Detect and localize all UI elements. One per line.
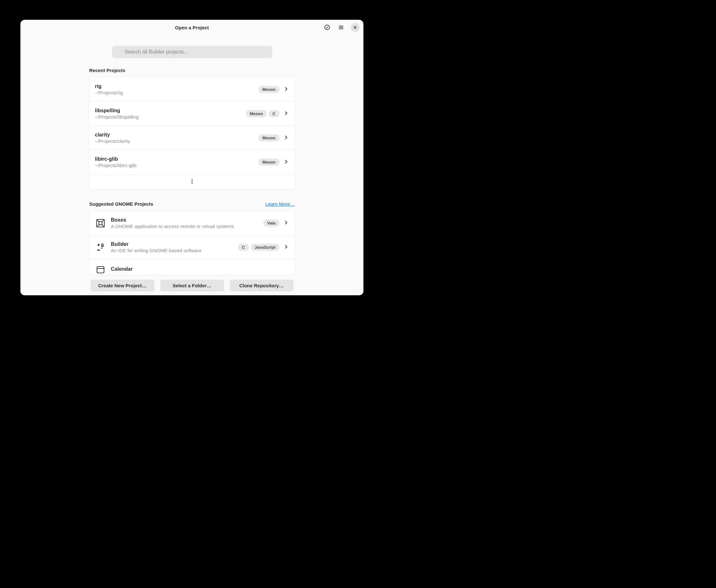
chevron-right-icon	[283, 134, 289, 142]
suggested-name: Calendar	[111, 266, 289, 272]
suggested-projects-section: Suggested GNOME Projects Learn More…	[89, 201, 295, 275]
project-name: rig	[95, 84, 259, 89]
headerbar-actions	[323, 23, 360, 32]
svg-point-8	[191, 179, 192, 180]
svg-point-9	[191, 181, 192, 182]
tag: Meson	[259, 86, 279, 93]
chevron-right-icon	[283, 159, 289, 166]
check-circle-icon[interactable]	[323, 23, 331, 32]
project-path: ~/Projects/rig	[95, 90, 259, 95]
hamburger-menu-icon[interactable]	[336, 23, 346, 32]
project-row[interactable]: rig ~/Projects/rig Meson	[89, 78, 295, 102]
builder-icon	[95, 242, 106, 253]
svg-point-18	[101, 244, 103, 246]
tag: JavaScript	[251, 244, 280, 251]
svg-point-0	[325, 25, 330, 30]
learn-more-link[interactable]: Learn More…	[265, 201, 295, 207]
svg-line-13	[97, 220, 99, 222]
svg-rect-20	[97, 267, 104, 273]
chevron-right-icon	[283, 220, 289, 227]
project-path: ~/Projects/libspelling	[95, 114, 246, 120]
headerbar: Open a Project	[20, 20, 364, 35]
recent-projects-section: Recent Projects rig ~/Projects/rig Meson	[89, 68, 295, 190]
window-title: Open a Project	[175, 25, 209, 30]
recent-projects-title: Recent Projects	[89, 68, 125, 73]
suggested-name: Builder	[111, 241, 238, 247]
project-row[interactable]: libirc-glib ~/Projects/libirc-glib Meson	[89, 150, 295, 174]
close-button[interactable]	[351, 23, 360, 32]
boxes-icon	[95, 218, 106, 229]
svg-line-16	[102, 225, 104, 226]
svg-point-19	[101, 248, 102, 249]
suggested-tags: Vala	[263, 219, 279, 227]
chevron-right-icon	[283, 86, 289, 93]
more-icon	[189, 178, 195, 186]
suggested-name: Boxes	[111, 217, 264, 223]
project-row[interactable]: libspelling ~/Projects/libspelling Meson…	[89, 102, 295, 126]
project-tags: Meson	[259, 86, 279, 93]
more-projects-row[interactable]	[89, 174, 295, 190]
project-path: ~/Projects/clarity	[95, 139, 259, 144]
search-input[interactable]	[112, 46, 272, 58]
tag: C	[238, 244, 249, 251]
suggested-desc: A GNOME application to access remote or …	[111, 224, 264, 229]
project-name: clarity	[95, 132, 259, 138]
suggested-projects-title: Suggested GNOME Projects	[89, 201, 154, 207]
tag: Meson	[259, 134, 279, 142]
tag: C	[269, 110, 279, 117]
tag: Meson	[246, 110, 267, 117]
tag: Vala	[263, 219, 279, 227]
search-container	[20, 35, 364, 68]
action-bar: Create New Project… Select a Folder… Clo…	[20, 276, 364, 295]
svg-point-17	[98, 244, 100, 246]
suggested-tags: C JavaScript	[238, 244, 279, 251]
project-name: libspelling	[95, 108, 246, 113]
calendar-icon	[95, 264, 106, 275]
svg-line-15	[97, 225, 99, 226]
suggested-row[interactable]: Boxes A GNOME application to access remo…	[89, 211, 295, 235]
svg-line-14	[102, 220, 104, 222]
svg-rect-12	[99, 222, 102, 225]
project-tags: Meson	[259, 134, 279, 142]
suggested-row[interactable]: Builder An IDE for writing GNOME-based s…	[89, 235, 295, 259]
project-tags: Meson C	[246, 110, 280, 117]
recent-projects-list: rig ~/Projects/rig Meson libspelling ~/P…	[89, 78, 295, 190]
project-tags: Meson	[259, 159, 279, 166]
suggested-projects-list: Boxes A GNOME application to access remo…	[89, 211, 295, 275]
svg-point-10	[191, 183, 192, 184]
clone-repository-button[interactable]: Clone Repository…	[230, 280, 293, 291]
project-path: ~/Projects/libirc-glib	[95, 163, 259, 168]
select-folder-button[interactable]: Select a Folder…	[160, 280, 224, 291]
create-new-project-button[interactable]: Create New Project…	[90, 280, 155, 291]
window: Open a Project	[20, 20, 364, 295]
suggested-row[interactable]: Calendar	[89, 259, 295, 275]
tag: Meson	[259, 159, 279, 166]
chevron-right-icon	[283, 244, 289, 251]
content-area[interactable]: Recent Projects rig ~/Projects/rig Meson	[20, 35, 364, 276]
chevron-right-icon	[283, 110, 289, 117]
suggested-desc: An IDE for writing GNOME-based software	[111, 248, 238, 253]
project-row[interactable]: clarity ~/Projects/clarity Meson	[89, 126, 295, 150]
project-name: libirc-glib	[95, 156, 259, 162]
